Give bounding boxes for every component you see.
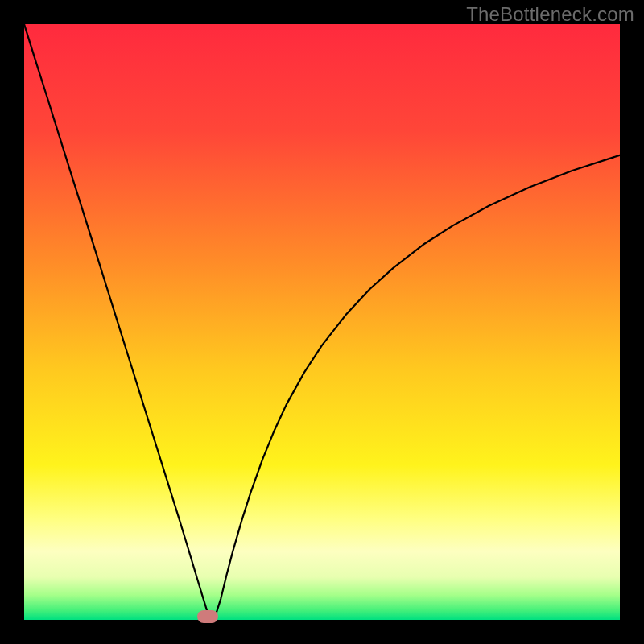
chart-background — [24, 24, 620, 620]
chart-plot-area — [24, 24, 620, 620]
watermark-text: TheBottleneck.com — [466, 3, 634, 26]
chart-frame: TheBottleneck.com — [0, 0, 644, 644]
chart-svg — [24, 24, 620, 620]
optimal-point-marker — [197, 610, 218, 623]
